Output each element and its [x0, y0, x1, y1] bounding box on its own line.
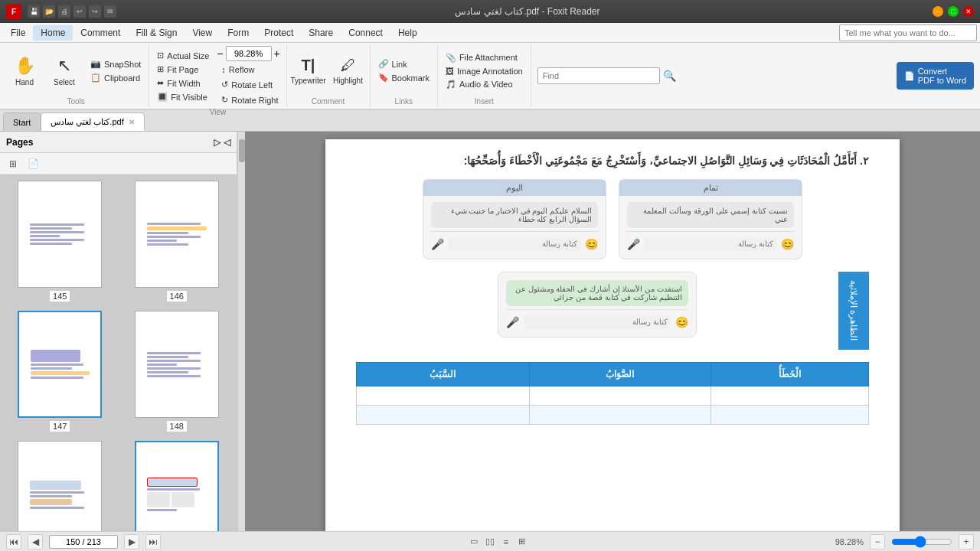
undo-icon[interactable]: ↩ — [74, 5, 86, 18]
nav-last-button[interactable]: ⏭ — [145, 534, 161, 549]
rotate-right-button[interactable]: ↻ Rotate Right — [217, 93, 283, 106]
chat-input-3[interactable] — [524, 315, 671, 329]
tools-section: ✋ Hand ↖ Select 📷 SnapShot 📋 Clipboard T… — [3, 44, 149, 107]
zoom-out-button[interactable]: − — [870, 534, 885, 549]
open-icon[interactable]: 📂 — [43, 5, 55, 18]
table-cell-1-3 — [357, 386, 530, 406]
menu-help[interactable]: Help — [390, 25, 425, 41]
tab-pdf[interactable]: كتاب لغتي سادس.pdf ✕ — [41, 112, 144, 131]
nav-first-button[interactable]: ⏮ — [6, 534, 21, 549]
view-single-icon[interactable]: ▭ — [467, 535, 481, 549]
menu-fill-sign[interactable]: Fill & Sign — [128, 25, 185, 41]
highlight-button[interactable]: 🖊 Highlight — [330, 48, 367, 94]
menu-home[interactable]: Home — [33, 25, 73, 41]
mic-icon-3[interactable]: 🎤 — [506, 316, 519, 328]
page-thumb-145[interactable]: 145 — [6, 181, 114, 302]
minimize-button[interactable]: ─ — [933, 6, 943, 17]
print-icon[interactable]: 🖨 — [58, 5, 70, 18]
menu-file[interactable]: File — [3, 25, 33, 41]
sidebar-tool-extract[interactable]: 📄 — [24, 155, 41, 172]
links-section: 🔗 Link 🔖 Bookmark Links — [371, 44, 439, 107]
view-double-icon[interactable]: ▯▯ — [483, 535, 497, 549]
chat-input-row-3: 😊 🎤 — [506, 309, 688, 329]
convert-pdf-button[interactable]: 📄 ConvertPDF to Word — [897, 62, 974, 90]
nav-next-button[interactable]: ▶ — [124, 534, 139, 549]
nav-prev-button[interactable]: ◀ — [28, 534, 43, 549]
view-scroll-icon[interactable]: ≡ — [499, 535, 513, 549]
page-img-149 — [18, 441, 102, 531]
actual-size-button[interactable]: ⊡ Actual Size — [152, 49, 214, 62]
mic-icon-2[interactable]: 🎤 — [431, 238, 444, 250]
chat-input-row-2: 😊 🎤 — [431, 231, 598, 251]
emoji-icon-2[interactable]: 😊 — [585, 238, 598, 250]
sidebar-tool-view[interactable]: ⊞ — [5, 155, 21, 172]
sidebar-collapse-icon[interactable]: ◁ — [224, 137, 230, 148]
zoom-slider[interactable] — [891, 536, 952, 548]
rotate-left-button[interactable]: ↺ Rotate Left — [217, 78, 283, 91]
menu-protect[interactable]: Protect — [256, 25, 301, 41]
hand-button[interactable]: ✋ Hand — [6, 48, 43, 94]
hand-label: Hand — [15, 78, 34, 86]
link-icon: 🔗 — [378, 59, 389, 69]
zoom-in-button[interactable]: + — [959, 534, 974, 549]
zoom-input[interactable] — [226, 46, 272, 61]
reflow-button[interactable]: ↕ Reflow — [217, 64, 283, 76]
zoom-minus-button[interactable]: − — [217, 47, 223, 60]
hand-icon: ✋ — [15, 56, 35, 76]
page-thumb-148[interactable]: 148 — [123, 311, 231, 432]
audio-video-button[interactable]: 🎵 Audio & Video — [441, 78, 528, 91]
audio-video-icon: 🎵 — [446, 80, 456, 90]
fit-page-button[interactable]: ⊞ Fit Page — [152, 63, 214, 76]
zoom-plus-button[interactable]: + — [274, 47, 280, 60]
file-attachment-button[interactable]: 📎 File Attachment — [441, 51, 528, 64]
link-button[interactable]: 🔗 Link — [374, 57, 435, 70]
find-input[interactable] — [537, 67, 660, 84]
emoji-icon-1[interactable]: 😊 — [781, 238, 794, 250]
menu-connect[interactable]: Connect — [341, 25, 390, 41]
snapshot-button[interactable]: 📷 SnapShot — [86, 57, 145, 70]
page-thumb-150[interactable]: 150 — [123, 441, 231, 531]
tell-me-input[interactable] — [839, 24, 977, 41]
image-annotation-button[interactable]: 🖼 Image Annotation — [441, 65, 528, 77]
save-icon[interactable]: 💾 — [28, 5, 40, 18]
redo-icon[interactable]: ↪ — [89, 5, 101, 18]
window-controls[interactable]: ─ □ ✕ — [933, 6, 974, 17]
pdf-page: ٢. أَتَأَمَّلُ الْمُحَادَثَاتِ فِي وَسَا… — [325, 139, 900, 531]
sidebar-scrollbar-thumb[interactable] — [239, 139, 245, 162]
page-info-input[interactable] — [49, 535, 118, 549]
tab-start[interactable]: Start — [3, 112, 41, 131]
sidebar-expand-icon[interactable]: ▷ — [214, 137, 220, 148]
close-button[interactable]: ✕ — [963, 6, 974, 17]
maximize-button[interactable]: □ — [948, 6, 959, 17]
find-icon[interactable]: 🔍 — [663, 70, 676, 82]
blue-tab[interactable]: الظاهرة الإملائية — [838, 272, 869, 350]
view-spread-icon[interactable]: ⊞ — [515, 535, 529, 549]
table-cell-1-1 — [710, 386, 868, 406]
select-button[interactable]: ↖ Select — [46, 48, 83, 94]
content-area[interactable]: ٢. أَتَأَمَّلُ الْمُحَادَثَاتِ فِي وَسَا… — [245, 132, 980, 531]
tab-close-icon[interactable]: ✕ — [129, 118, 135, 126]
email-icon[interactable]: ✉ — [104, 5, 116, 18]
chat-input-1[interactable] — [645, 236, 776, 251]
sidebar: Pages ▷ ◁ ⊞ 📄 — [0, 132, 237, 531]
page-thumb-146[interactable]: 146 — [123, 181, 231, 302]
menu-comment[interactable]: Comment — [73, 25, 128, 41]
fit-width-button[interactable]: ⬌ Fit Width — [152, 77, 214, 90]
page-thumb-149[interactable]: 149 — [6, 441, 114, 531]
chat-input-2[interactable] — [449, 236, 580, 251]
menu-form[interactable]: Form — [220, 25, 256, 41]
mic-icon-1[interactable]: 🎤 — [627, 238, 640, 250]
view-section: ⊡ Actual Size ⊞ Fit Page ⬌ Fit Width 🔳 F… — [149, 44, 286, 107]
menu-share[interactable]: Share — [301, 25, 341, 41]
menu-view[interactable]: View — [185, 25, 220, 41]
bottombar: ⏮ ◀ ▶ ⏭ ▭ ▯▯ ≡ ⊞ 98.28% − + — [0, 531, 980, 551]
sidebar-scrollbar[interactable] — [237, 132, 245, 531]
bookmark-button[interactable]: 🔖 Bookmark — [374, 71, 435, 84]
fit-visible-button[interactable]: 🔳 Fit Visible — [152, 90, 214, 103]
clipboard-button[interactable]: 📋 Clipboard — [86, 71, 145, 84]
comment-section: T| Typewriter 🖊 Highlight Comment — [287, 44, 371, 107]
typewriter-button[interactable]: T| Typewriter — [290, 48, 327, 94]
emoji-icon-3[interactable]: 😊 — [675, 316, 688, 328]
page-img-148 — [135, 311, 219, 418]
page-thumb-147[interactable]: 147 — [6, 311, 114, 432]
